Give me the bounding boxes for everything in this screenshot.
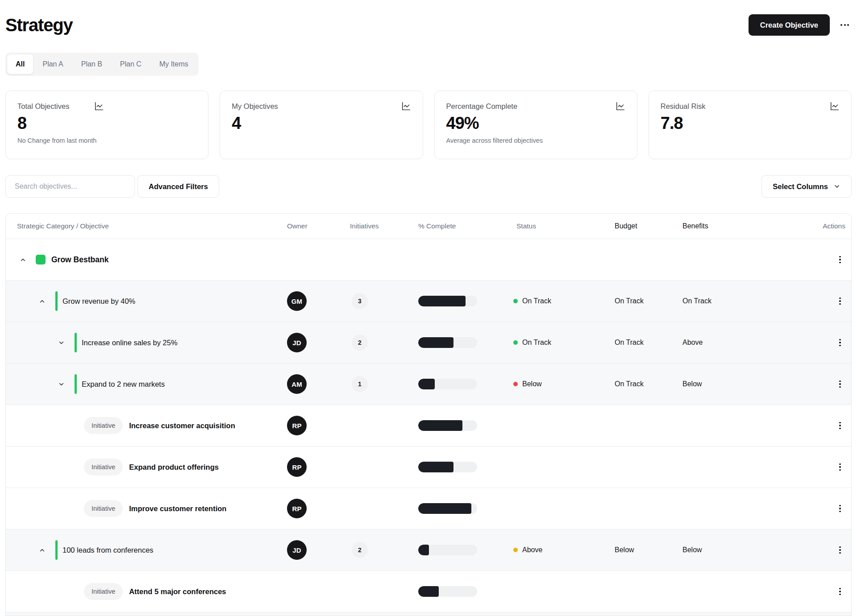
owner-avatar[interactable]: JD	[287, 333, 307, 352]
plan-tab-plan-a[interactable]: Plan A	[34, 54, 71, 74]
select-columns-label: Select Columns	[773, 182, 828, 191]
row-actions-kebab-button[interactable]	[835, 377, 845, 391]
table-row[interactable]: Initiative Attend 5 major conferences	[6, 571, 851, 612]
table-row[interactable]: 100 leads from conferences JD 2 Above Be…	[6, 529, 851, 571]
actions-cell	[745, 502, 851, 515]
kebab-icon	[839, 342, 841, 343]
plan-tab-plan-b[interactable]: Plan B	[73, 54, 111, 74]
kebab-icon	[839, 256, 841, 258]
initiatives-count-badge: 2	[352, 542, 368, 558]
strategy-page: Strategy Create Objective AllPlan APlan …	[0, 13, 857, 616]
kebab-icon	[839, 511, 841, 513]
owner-avatar[interactable]: RP	[287, 416, 307, 435]
owner-avatar[interactable]: JD	[287, 540, 307, 560]
table-row[interactable]: Increase online sales by 25% JD 2 On Tra…	[6, 322, 851, 363]
row-name-cell: Initiative Expand product offerings	[6, 459, 287, 475]
progress-bar-fill	[418, 337, 453, 348]
owner-avatar[interactable]: RP	[287, 499, 307, 518]
budget-value: Below	[608, 546, 678, 554]
table-row[interactable]: Initiative Increase customer acquisition…	[6, 405, 851, 446]
row-name-cell: Expand to 2 new markets	[6, 374, 287, 394]
expand-chevron-button[interactable]	[37, 545, 47, 555]
status-cell: Below	[512, 380, 608, 388]
column-header: Status	[512, 222, 608, 230]
row-actions-kebab-button[interactable]	[835, 294, 845, 308]
create-objective-button[interactable]: Create Objective	[749, 14, 830, 36]
table-row[interactable]: Grow Bestbank	[6, 239, 851, 280]
table-row-partial	[6, 612, 851, 616]
row-actions-kebab-button[interactable]	[835, 336, 845, 349]
advanced-filters-button[interactable]: Advanced Filters	[137, 175, 219, 198]
owner-avatar[interactable]: GM	[287, 291, 307, 311]
plan-tab-my-items[interactable]: My Items	[151, 54, 197, 74]
select-columns-button[interactable]: Select Columns	[761, 175, 852, 198]
progress-cell	[412, 337, 512, 348]
plan-tab-plan-c[interactable]: Plan C	[112, 54, 150, 74]
status-dot	[513, 299, 518, 303]
initiatives-count-badge: 3	[352, 293, 368, 309]
row-name: Expand product offerings	[129, 463, 219, 471]
chevron-up-icon	[39, 298, 46, 305]
kebab-icon	[839, 591, 841, 592]
stat-card-header: Total Objectives	[17, 101, 196, 111]
initiatives-count-badge: 2	[352, 335, 368, 351]
kebab-icon	[839, 422, 841, 424]
objective-color-bar	[75, 374, 77, 394]
actions-cell	[745, 543, 851, 557]
kebab-icon	[839, 300, 841, 302]
row-actions-kebab-button[interactable]	[835, 460, 845, 474]
owner-cell: JD	[287, 333, 345, 352]
table-row[interactable]: Initiative Expand product offerings RP	[6, 446, 851, 488]
row-name: Increase online sales by 25%	[82, 339, 178, 347]
expand-chevron-button[interactable]	[56, 337, 67, 348]
table-row[interactable]: Initiative Improve customer retention RP	[6, 488, 851, 529]
stat-card: Percentage Complete 49% Average across f…	[434, 91, 637, 159]
progress-bar-fill	[418, 379, 435, 389]
row-actions-kebab-button[interactable]	[835, 543, 845, 557]
plan-tabs: AllPlan APlan BPlan CMy Items	[5, 53, 199, 76]
status-dot	[513, 548, 518, 552]
row-name: Grow revenue by 40%	[62, 297, 135, 306]
row-actions-kebab-button[interactable]	[835, 253, 845, 266]
kebab-icon	[839, 386, 841, 388]
more-options-button[interactable]	[838, 14, 852, 36]
chevron-up-icon	[39, 547, 46, 554]
search-input[interactable]	[5, 175, 135, 198]
kebab-icon	[839, 380, 841, 382]
owner-avatar[interactable]: AM	[287, 374, 307, 394]
row-actions-kebab-button[interactable]	[835, 419, 845, 432]
table-row[interactable]: Grow revenue by 40% GM 3 On Track On Tra…	[6, 280, 851, 322]
owner-cell: RP	[287, 457, 345, 477]
progress-bar	[418, 503, 477, 514]
chevron-down-icon	[58, 339, 65, 346]
plan-tab-all[interactable]: All	[7, 54, 33, 74]
kebab-icon	[839, 546, 841, 548]
status-label: Below	[522, 380, 542, 388]
stat-label: My Objectives	[232, 102, 278, 111]
stat-label: Total Objectives	[17, 102, 69, 111]
kebab-icon	[839, 303, 841, 305]
chevron-up-icon	[20, 256, 26, 263]
expand-chevron-button[interactable]	[17, 254, 28, 265]
progress-cell	[412, 545, 512, 555]
progress-bar	[418, 379, 477, 389]
progress-cell	[412, 586, 512, 597]
column-header: Initiatives	[345, 222, 412, 230]
line-chart-icon	[401, 101, 411, 111]
row-actions-kebab-button[interactable]	[835, 585, 845, 598]
row-actions-kebab-button[interactable]	[835, 502, 845, 515]
budget-value: On Track	[608, 380, 678, 388]
top-bar: Strategy Create Objective	[5, 13, 852, 37]
table-row[interactable]: Expand to 2 new markets AM 1 Below On Tr…	[6, 363, 851, 405]
row-name: Increase customer acquisition	[129, 422, 235, 430]
owner-avatar[interactable]: RP	[287, 457, 307, 477]
line-chart-icon	[94, 101, 104, 111]
line-chart-icon	[830, 101, 840, 111]
expand-chevron-button[interactable]	[56, 379, 67, 389]
progress-bar	[418, 296, 477, 306]
stat-value: 49%	[446, 114, 625, 133]
expand-chevron-button[interactable]	[37, 296, 47, 306]
kebab-icon	[839, 339, 841, 341]
kebab-icon	[839, 298, 841, 299]
column-header: Actions	[745, 222, 851, 230]
